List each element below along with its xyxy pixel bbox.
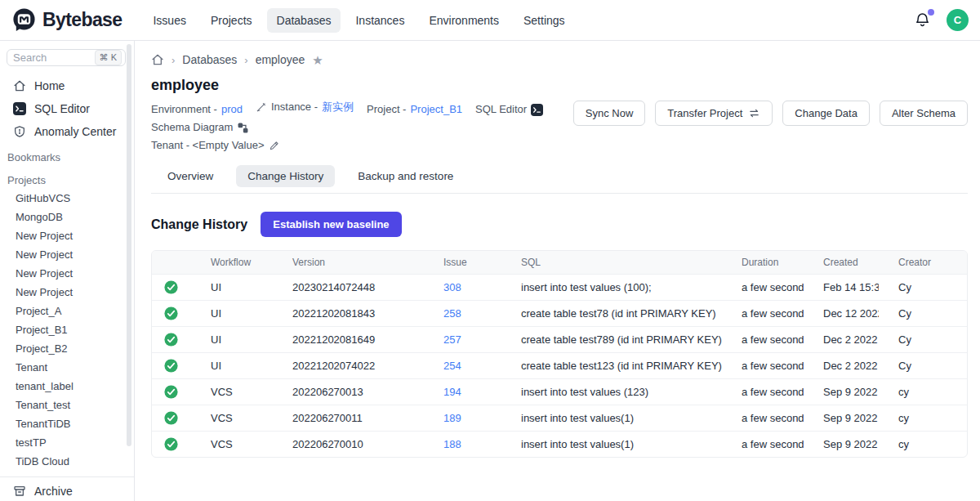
notifications-bell-icon[interactable]: [914, 11, 932, 30]
column-header-status: [152, 251, 191, 275]
project-item-tenant-9[interactable]: Tenant: [0, 358, 134, 377]
table-body: UI20230214072448308insert into test valu…: [152, 275, 967, 458]
cell-issue: 189: [424, 405, 501, 432]
breadcrumb-databases[interactable]: Databases: [182, 53, 237, 66]
cell-duration: a few seconds: [722, 379, 804, 405]
nav-item-databases[interactable]: Databases: [267, 8, 341, 33]
bytebase-logo[interactable]: Bytebase: [11, 7, 122, 33]
nav-item-settings[interactable]: Settings: [514, 8, 575, 33]
nav-item-issues[interactable]: Issues: [143, 8, 195, 33]
edit-pencil-icon[interactable]: [269, 140, 280, 151]
cell-version: 20221202074022: [273, 353, 424, 379]
nav-item-projects[interactable]: Projects: [201, 8, 262, 33]
shield-icon: [13, 125, 26, 138]
sql-editor-icon: [13, 102, 26, 115]
alter-schema-button[interactable]: Alter Schema: [880, 101, 968, 126]
sidebar-nav: HomeSQL EditorAnomaly Center: [0, 74, 134, 143]
cell-version: 202206270013: [273, 379, 424, 405]
project-item-tidb-cloud-14[interactable]: TiDB Cloud: [0, 452, 134, 471]
database-meta: Environment - prod Instance - 新实例 Projec…: [151, 98, 573, 154]
establish-baseline-button[interactable]: Establish new baseline: [261, 212, 401, 237]
cell-version: 202206270010: [273, 432, 424, 458]
project-item-project-b1-7[interactable]: Project_B1: [0, 320, 134, 339]
archive-icon: [13, 485, 26, 498]
issue-link[interactable]: 189: [443, 412, 461, 424]
cell-creator: Cy: [879, 301, 967, 327]
sidebar-item-archive[interactable]: Archive: [0, 480, 134, 501]
sidebar-scrollbar[interactable]: [127, 44, 131, 446]
tab-backup-and-restore[interactable]: Backup and restore: [346, 165, 465, 187]
project-item-testtp-13[interactable]: testTP: [0, 433, 134, 452]
tab-overview[interactable]: Overview: [156, 165, 225, 187]
projects-section-label: Projects: [0, 166, 134, 189]
meta-project: Project - Project_B1: [367, 101, 462, 119]
tab-change-history[interactable]: Change History: [236, 165, 335, 187]
breadcrumb: › Databases › employee ★: [151, 51, 968, 69]
sidebar-item-home[interactable]: Home: [0, 74, 134, 97]
project-item-new-project-5[interactable]: New Project: [0, 283, 134, 302]
project-item-tenant-test-11[interactable]: Tenant_test: [0, 396, 134, 414]
meta-sql-editor[interactable]: SQL Editor: [475, 101, 543, 119]
home-icon[interactable]: [151, 53, 164, 66]
transfer-project-button[interactable]: Transfer Project: [655, 101, 773, 126]
issue-link[interactable]: 308: [443, 281, 461, 293]
status-success-icon: [164, 306, 178, 319]
project-item-new-project-3[interactable]: New Project: [0, 245, 134, 264]
issue-link[interactable]: 254: [443, 360, 461, 372]
cell-created: Sep 9 2022: [804, 379, 879, 405]
project-item-mongodb-1[interactable]: MongoDB: [0, 208, 134, 226]
project-item-githubvcs-0[interactable]: GitHubVCS: [0, 189, 134, 208]
cell-created: Dec 12 2022: [804, 301, 879, 327]
topbar-right: C: [914, 9, 969, 31]
search-box[interactable]: ⌘ K: [7, 49, 126, 66]
nav-item-instances[interactable]: Instances: [345, 8, 414, 33]
button-label: Transfer Project: [667, 107, 742, 119]
project-item-new-project-2[interactable]: New Project: [0, 226, 134, 245]
cell-creator: Cy: [879, 353, 967, 379]
sidebar-item-label: Home: [34, 79, 65, 92]
cell-sql: insert into test values(1): [501, 405, 722, 432]
project-item-tenant-label-10[interactable]: tenant_label: [0, 377, 134, 396]
project-item-new-project-4[interactable]: New Project: [0, 264, 134, 283]
cell-version: 20221202081649: [273, 327, 424, 353]
cell-sql: create table test78 (id int PRIMARY KEY): [501, 301, 722, 327]
table-row: VCS202206270013194insert into test value…: [152, 379, 967, 405]
change-data-button[interactable]: Change Data: [782, 101, 870, 126]
transfer-arrows-icon: [748, 107, 760, 119]
meta-tenant: Tenant - <Empty Value>: [151, 136, 280, 154]
environment-label: Environment -: [151, 101, 217, 119]
issue-link[interactable]: 194: [443, 386, 461, 398]
search-input[interactable]: [13, 51, 70, 64]
cell-created: Dec 2 2022: [804, 353, 879, 379]
breadcrumb-separator: ›: [244, 54, 247, 66]
breadcrumb-employee[interactable]: employee: [256, 53, 305, 66]
meta-schema-diagram[interactable]: Schema Diagram: [151, 119, 249, 136]
avatar[interactable]: C: [947, 9, 969, 31]
project-label: Project -: [367, 101, 406, 119]
nav-item-environments[interactable]: Environments: [419, 8, 509, 33]
change-history-section-header: Change History Establish new baseline: [151, 212, 968, 237]
project-item-project-b2-8[interactable]: Project_B2: [0, 339, 134, 358]
tab-bar: OverviewChange HistoryBackup and restore: [151, 165, 968, 194]
cell-duration: a few seconds: [722, 275, 804, 301]
sync-now-button[interactable]: Sync Now: [573, 101, 646, 126]
sidebar-item-label: Anomaly Center: [34, 125, 116, 138]
table-row: UI20221202081649257create table test789 …: [152, 327, 967, 353]
project-item-project-a-6[interactable]: Project_A: [0, 302, 134, 320]
cell-created: Sep 9 2022: [804, 405, 879, 432]
sidebar-item-anomaly-center[interactable]: Anomaly Center: [0, 120, 134, 143]
cell-sql: insert into test values (100);: [501, 275, 722, 301]
issue-link[interactable]: 188: [443, 438, 461, 450]
project-link[interactable]: Project_B1: [410, 101, 462, 119]
instance-link[interactable]: 新实例: [322, 98, 354, 116]
project-item-tenanttidb-12[interactable]: TenantTiDB: [0, 414, 134, 433]
button-label: Change Data: [795, 107, 858, 119]
cell-issue: 194: [424, 379, 501, 405]
environment-link[interactable]: prod: [221, 101, 243, 119]
sql-editor-label: SQL Editor: [475, 101, 527, 119]
bookmark-star-icon[interactable]: ★: [312, 54, 323, 66]
issue-link[interactable]: 258: [443, 307, 461, 320]
sidebar-item-sql-editor[interactable]: SQL Editor: [0, 97, 134, 120]
issue-link[interactable]: 257: [443, 333, 461, 346]
sidebar: ⌘ K HomeSQL EditorAnomaly Center Bookmar…: [0, 41, 135, 501]
